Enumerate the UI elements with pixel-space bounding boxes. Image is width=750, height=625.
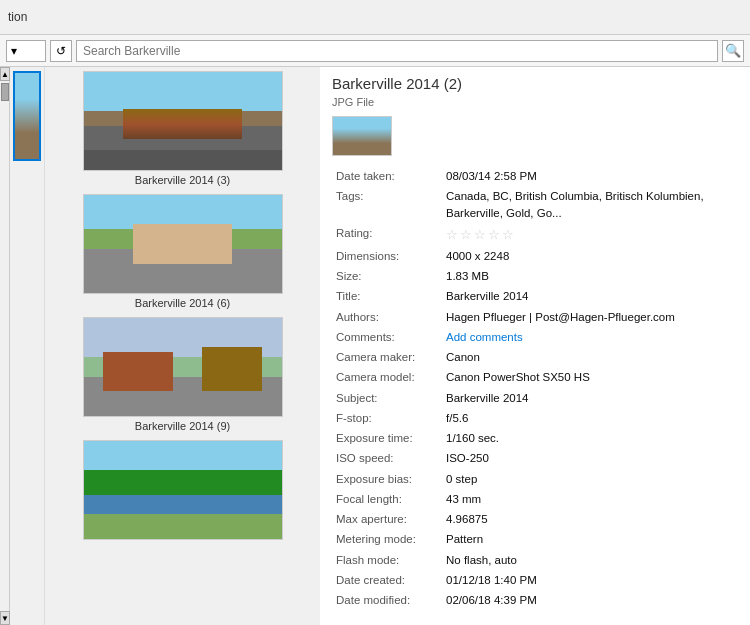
search-icon: 🔍 bbox=[725, 43, 741, 58]
list-item[interactable]: Barkerville 2014 (3) bbox=[49, 71, 316, 186]
top-bar: tion bbox=[0, 0, 750, 35]
search-input[interactable] bbox=[76, 40, 718, 62]
scroll-thumb[interactable] bbox=[1, 83, 9, 101]
date-taken-value: 08/03/14 2:58 PM bbox=[442, 166, 738, 186]
table-row: Title: Barkerville 2014 bbox=[332, 287, 738, 307]
thumbnail-label: Barkerville 2014 (3) bbox=[135, 174, 230, 186]
add-comments-link[interactable]: Add comments bbox=[446, 331, 523, 343]
flash-mode-value: No flash, auto bbox=[442, 550, 738, 570]
table-row: Dimensions: 4000 x 2248 bbox=[332, 246, 738, 266]
table-row: Date modified: 02/06/18 4:39 PM bbox=[332, 591, 738, 611]
table-row: Focal length: 43 mm bbox=[332, 489, 738, 509]
table-row: Date created: 01/12/18 1:40 PM bbox=[332, 570, 738, 590]
tags-label: Tags: bbox=[332, 186, 442, 224]
camera-model-label: Camera model: bbox=[332, 368, 442, 388]
table-row: Exposure time: 1/160 sec. bbox=[332, 429, 738, 449]
search-button[interactable]: 🔍 bbox=[722, 40, 744, 62]
thumbnail-image bbox=[83, 440, 283, 540]
metering-mode-value: Pattern bbox=[442, 530, 738, 550]
max-aperture-value: 4.96875 bbox=[442, 510, 738, 530]
detail-thumbnail-image bbox=[333, 117, 391, 155]
list-item[interactable] bbox=[49, 440, 316, 543]
thumbnail-list: Barkerville 2014 (3) Barkerville 2014 (6… bbox=[45, 67, 320, 625]
date-created-value: 01/12/18 1:40 PM bbox=[442, 570, 738, 590]
subject-value: Barkerville 2014 bbox=[442, 388, 738, 408]
thumbnail-preview bbox=[84, 72, 282, 170]
list-item[interactable]: Barkerville 2014 (6) bbox=[49, 194, 316, 309]
search-bar: ▾ ↺ 🔍 bbox=[0, 35, 750, 67]
fstop-label: F-stop: bbox=[332, 408, 442, 428]
star-3[interactable]: ☆ bbox=[474, 225, 486, 245]
thumbnail-preview bbox=[84, 195, 282, 293]
title-value: Barkerville 2014 bbox=[442, 287, 738, 307]
authors-label: Authors: bbox=[332, 307, 442, 327]
date-taken-label: Date taken: bbox=[332, 166, 442, 186]
table-row: Rating: ☆ ☆ ☆ ☆ ☆ bbox=[332, 224, 738, 247]
rating-value: ☆ ☆ ☆ ☆ ☆ bbox=[442, 224, 738, 247]
star-1[interactable]: ☆ bbox=[446, 225, 458, 245]
dropdown-arrow-icon: ▾ bbox=[11, 44, 17, 58]
table-row: Flash mode: No flash, auto bbox=[332, 550, 738, 570]
date-modified-label: Date modified: bbox=[332, 591, 442, 611]
table-row: Exposure bias: 0 step bbox=[332, 469, 738, 489]
refresh-button[interactable]: ↺ bbox=[50, 40, 72, 62]
thumbnail-image bbox=[83, 317, 283, 417]
rating-stars[interactable]: ☆ ☆ ☆ ☆ ☆ bbox=[446, 225, 734, 245]
thumbnail-preview bbox=[84, 318, 282, 416]
exposure-bias-value: 0 step bbox=[442, 469, 738, 489]
star-4[interactable]: ☆ bbox=[488, 225, 500, 245]
focal-length-value: 43 mm bbox=[442, 489, 738, 509]
table-row: Max aperture: 4.96875 bbox=[332, 510, 738, 530]
title-label: Title: bbox=[332, 287, 442, 307]
exposure-time-label: Exposure time: bbox=[332, 429, 442, 449]
table-row: ISO speed: ISO-250 bbox=[332, 449, 738, 469]
size-value: 1.83 MB bbox=[442, 267, 738, 287]
iso-value: ISO-250 bbox=[442, 449, 738, 469]
tags-value: Canada, BC, British Columbia, Britisch K… bbox=[442, 186, 738, 224]
flash-mode-label: Flash mode: bbox=[332, 550, 442, 570]
detail-subtitle: JPG File bbox=[332, 96, 738, 108]
table-row: Tags: Canada, BC, British Columbia, Brit… bbox=[332, 186, 738, 224]
thumbnail-label: Barkerville 2014 (9) bbox=[135, 420, 230, 432]
detail-table: Date taken: 08/03/14 2:58 PM Tags: Canad… bbox=[332, 166, 738, 611]
table-row: F-stop: f/5.6 bbox=[332, 408, 738, 428]
left-strip bbox=[10, 67, 45, 625]
table-row: Camera model: Canon PowerShot SX50 HS bbox=[332, 368, 738, 388]
detail-title: Barkerville 2014 (2) bbox=[332, 75, 738, 92]
comments-value: Add comments bbox=[442, 327, 738, 347]
thumbnail-image bbox=[83, 194, 283, 294]
star-2[interactable]: ☆ bbox=[460, 225, 472, 245]
table-row: Metering mode: Pattern bbox=[332, 530, 738, 550]
subject-label: Subject: bbox=[332, 388, 442, 408]
metering-mode-label: Metering mode: bbox=[332, 530, 442, 550]
dimensions-label: Dimensions: bbox=[332, 246, 442, 266]
selected-thumbnail-strip[interactable] bbox=[13, 71, 41, 161]
max-aperture-label: Max aperture: bbox=[332, 510, 442, 530]
table-row: Date taken: 08/03/14 2:58 PM bbox=[332, 166, 738, 186]
table-row: Authors: Hagen Pflueger | Post@Hagen-Pfl… bbox=[332, 307, 738, 327]
scroll-up-button[interactable]: ▲ bbox=[0, 67, 10, 81]
table-row: Comments: Add comments bbox=[332, 327, 738, 347]
scrollbar[interactable]: ▲ ▼ bbox=[0, 67, 10, 625]
fstop-value: f/5.6 bbox=[442, 408, 738, 428]
table-row: Camera maker: Canon bbox=[332, 348, 738, 368]
exposure-bias-label: Exposure bias: bbox=[332, 469, 442, 489]
exposure-time-value: 1/160 sec. bbox=[442, 429, 738, 449]
search-dropdown[interactable]: ▾ bbox=[6, 40, 46, 62]
star-5[interactable]: ☆ bbox=[502, 225, 514, 245]
main-layout: ▲ ▼ Barkerville 2014 (3) Barkerville bbox=[0, 67, 750, 625]
comments-label: Comments: bbox=[332, 327, 442, 347]
detail-panel: Barkerville 2014 (2) JPG File Date taken… bbox=[320, 67, 750, 625]
iso-label: ISO speed: bbox=[332, 449, 442, 469]
size-label: Size: bbox=[332, 267, 442, 287]
scroll-down-button[interactable]: ▼ bbox=[0, 611, 10, 625]
top-bar-title: tion bbox=[8, 10, 27, 24]
date-modified-value: 02/06/18 4:39 PM bbox=[442, 591, 738, 611]
thumbnail-label: Barkerville 2014 (6) bbox=[135, 297, 230, 309]
date-created-label: Date created: bbox=[332, 570, 442, 590]
table-row: Size: 1.83 MB bbox=[332, 267, 738, 287]
authors-value: Hagen Pflueger | Post@Hagen-Pflueger.com bbox=[442, 307, 738, 327]
detail-thumbnail-preview bbox=[332, 116, 392, 156]
list-item[interactable]: Barkerville 2014 (9) bbox=[49, 317, 316, 432]
thumbnail-preview bbox=[84, 441, 282, 539]
